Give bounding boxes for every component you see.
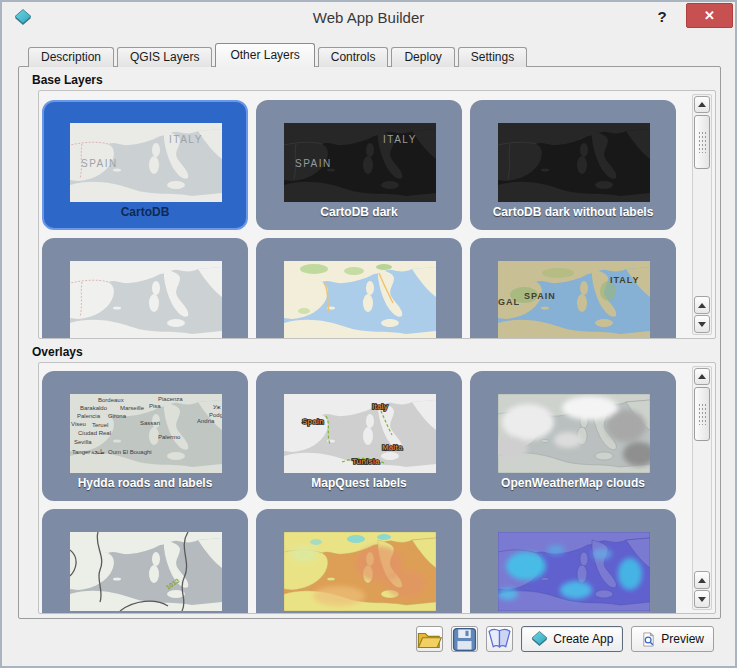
svg-text:Palermo: Palermo xyxy=(158,434,181,440)
temperature-thumbnail xyxy=(284,532,436,611)
down-arrow-icon xyxy=(698,597,706,602)
svg-text:Italy: Italy xyxy=(372,402,389,411)
base-tile-cartodb-dark[interactable]: SPAIN ITALY CartoDB dark xyxy=(256,100,462,230)
light-nolabels-map-thumbnail xyxy=(70,261,222,339)
help-docs-button[interactable] xyxy=(486,626,513,652)
svg-text:ITALY: ITALY xyxy=(610,275,640,285)
svg-text:Girona: Girona xyxy=(108,413,127,419)
base-tile-topo-map[interactable]: GAL SPAIN ITALY xyxy=(470,238,676,339)
up-arrow-icon xyxy=(698,102,706,107)
scroll-thumb[interactable] xyxy=(694,387,710,441)
svg-text:Bordeaux: Bordeaux xyxy=(98,397,124,403)
overlay-tile-openweathermap-clouds[interactable]: OpenWeatherMap clouds xyxy=(470,371,676,501)
tile-label: CartoDB dark without labels xyxy=(472,205,674,219)
svg-text:Marseille: Marseille xyxy=(120,405,145,411)
footer-button-bar: Create App Preview xyxy=(416,626,714,652)
svg-text:Andria: Andria xyxy=(197,418,215,424)
svg-text:SPAIN: SPAIN xyxy=(81,158,118,169)
window-title: Web App Builder xyxy=(2,9,735,26)
svg-text:Malta: Malta xyxy=(382,443,403,452)
help-button[interactable]: ? xyxy=(651,6,673,28)
diamond-logo-icon xyxy=(531,631,548,647)
tab-settings[interactable]: Settings xyxy=(458,47,527,67)
tab-controls[interactable]: Controls xyxy=(318,47,389,67)
topo-map-thumbnail: GAL SPAIN ITALY xyxy=(498,261,650,339)
overlay-tile-precipitation[interactable] xyxy=(470,509,676,614)
svg-text:Ciudad Real: Ciudad Real xyxy=(78,430,111,436)
base-tile-light-no-labels[interactable] xyxy=(42,238,248,339)
open-file-button[interactable] xyxy=(416,626,443,652)
web-app-builder-dialog: Web App Builder ? ✕ Description QGIS Lay… xyxy=(0,0,737,668)
overlay-tile-hydda-roads-labels[interactable]: Bordeaux Piacenza Barakaldo Marseille Pi… xyxy=(42,371,248,501)
svg-text:SPAIN: SPAIN xyxy=(295,158,332,169)
scroll-down-button[interactable] xyxy=(694,590,710,608)
up-arrow-icon xyxy=(698,303,706,308)
tile-label: CartoDB dark xyxy=(258,205,460,219)
scroll-thumb[interactable] xyxy=(694,115,710,169)
scroll-down-button[interactable] xyxy=(694,315,710,333)
svg-text:Palencia: Palencia xyxy=(77,413,101,419)
floppy-disk-icon xyxy=(452,627,477,652)
save-button[interactable] xyxy=(451,626,478,652)
tile-label: MapQuest labels xyxy=(258,476,460,490)
svg-text:Teruel: Teruel xyxy=(92,422,108,428)
cartodb-map-thumbnail: SPAIN ITALY xyxy=(70,123,222,202)
close-button[interactable]: ✕ xyxy=(686,3,733,28)
preview-button[interactable]: Preview xyxy=(631,626,714,652)
overlays-panel: Bordeaux Piacenza Barakaldo Marseille Pi… xyxy=(38,362,716,614)
svg-text:Pisa: Pisa xyxy=(149,403,161,409)
svg-text:Tanger: Tanger xyxy=(72,449,90,455)
svg-text:Piacenza: Piacenza xyxy=(158,396,183,402)
cartodb-dark-nolabels-map-thumbnail xyxy=(498,123,650,202)
preview-label: Preview xyxy=(661,632,704,646)
owm-clouds-thumbnail xyxy=(498,394,650,473)
title-bar[interactable]: Web App Builder ? ✕ xyxy=(2,2,735,34)
open-book-icon xyxy=(487,628,512,650)
svg-text:GAL: GAL xyxy=(498,297,520,307)
tab-deploy[interactable]: Deploy xyxy=(391,47,454,67)
pressure-isobars-thumbnail: 1013 xyxy=(70,532,222,611)
base-layers-panel: SPAIN ITALY CartoDB SPAIN ITALY CartoDB … xyxy=(38,90,716,339)
base-tile-street-map[interactable] xyxy=(256,238,462,339)
svg-text:Tunisia: Tunisia xyxy=(352,457,380,466)
base-tile-cartodb[interactable]: SPAIN ITALY CartoDB xyxy=(42,100,248,230)
mapquest-labels-thumbnail: Spain Italy Malta Tunisia xyxy=(284,394,436,473)
svg-text:Viseu: Viseu xyxy=(71,421,86,427)
down-arrow-icon xyxy=(698,322,706,327)
tab-qgis-layers[interactable]: QGIS Layers xyxy=(117,47,212,67)
scroll-up-button-bottom[interactable] xyxy=(694,296,710,314)
svg-text:ITALY: ITALY xyxy=(383,134,417,145)
svg-text:Sevilla: Sevilla xyxy=(74,439,92,445)
svg-text:SPAIN: SPAIN xyxy=(524,291,556,301)
base-layers-scrollbar[interactable] xyxy=(692,94,712,335)
tile-label: OpenWeatherMap clouds xyxy=(472,476,674,490)
scroll-up-button[interactable] xyxy=(694,96,710,113)
svg-text:Sassari: Sassari xyxy=(140,420,160,426)
overlay-tile-temperature[interactable] xyxy=(256,509,462,614)
tab-description[interactable]: Description xyxy=(28,47,114,67)
base-tile-cartodb-dark-no-labels[interactable]: CartoDB dark without labels xyxy=(470,100,676,230)
tab-bar: Description QGIS Layers Other Layers Con… xyxy=(28,44,530,67)
up-arrow-icon xyxy=(698,374,706,379)
base-layers-heading: Base Layers xyxy=(32,73,103,87)
overlay-tile-pressure[interactable]: 1013 xyxy=(42,509,248,614)
svg-text:Oum El Bouaghi: Oum El Bouaghi xyxy=(108,449,152,455)
precipitation-thumbnail xyxy=(498,532,650,611)
folder-icon xyxy=(417,628,442,650)
cartodb-dark-map-thumbnail: SPAIN ITALY xyxy=(284,123,436,202)
svg-text:Spain: Spain xyxy=(302,417,324,426)
create-app-button[interactable]: Create App xyxy=(521,626,623,652)
scroll-up-button[interactable] xyxy=(694,368,710,385)
overlays-scrollbar[interactable] xyxy=(692,366,712,610)
up-arrow-icon xyxy=(698,578,706,583)
overlay-tile-mapquest-labels[interactable]: Spain Italy Malta Tunisia MapQuest label… xyxy=(256,371,462,501)
tab-other-layers[interactable]: Other Layers xyxy=(215,43,314,67)
preview-page-magnifier-icon xyxy=(641,632,656,647)
tile-label: Hydda roads and labels xyxy=(44,476,246,490)
create-app-label: Create App xyxy=(553,632,613,646)
street-map-thumbnail xyxy=(284,261,436,339)
tile-label: CartoDB xyxy=(44,205,246,219)
scroll-up-button-bottom[interactable] xyxy=(694,571,710,589)
svg-text:Barakaldo: Barakaldo xyxy=(80,405,108,411)
svg-text:ITALY: ITALY xyxy=(169,134,203,145)
